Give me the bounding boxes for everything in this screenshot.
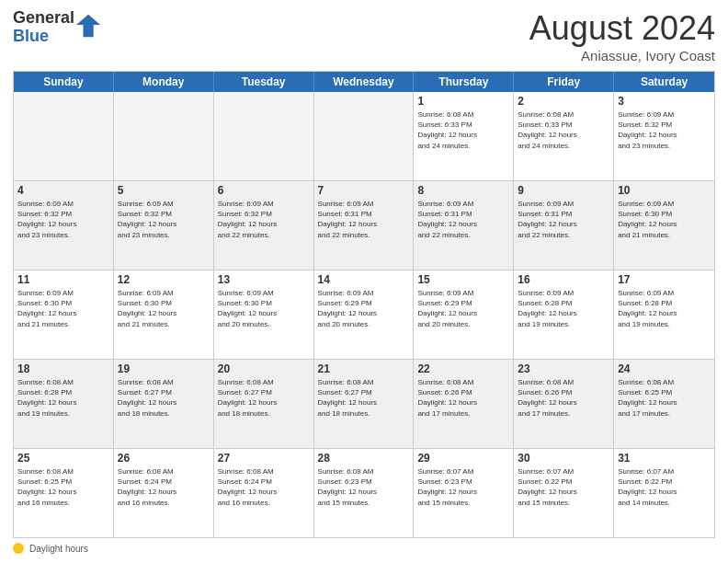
calendar-cell: 4Sunrise: 6:09 AM Sunset: 6:32 PM Daylig… — [14, 181, 114, 270]
day-info: Sunrise: 6:09 AM Sunset: 6:30 PM Dayligh… — [218, 288, 310, 329]
calendar-row: 25Sunrise: 6:08 AM Sunset: 6:25 PM Dayli… — [14, 449, 714, 537]
title-block: August 2024 Aniassue, Ivory Coast — [529, 9, 715, 63]
calendar-cell — [314, 92, 415, 180]
calendar-cell: 3Sunrise: 6:09 AM Sunset: 6:32 PM Daylig… — [614, 92, 714, 180]
day-number: 29 — [417, 452, 509, 465]
sun-icon — [13, 543, 24, 554]
page: General Blue August 2024 Aniassue, Ivory… — [0, 0, 728, 563]
day-number: 30 — [518, 452, 609, 465]
day-number: 6 — [218, 184, 310, 197]
day-number: 24 — [618, 362, 711, 375]
day-number: 9 — [518, 184, 609, 197]
day-info: Sunrise: 6:09 AM Sunset: 6:32 PM Dayligh… — [17, 199, 109, 240]
calendar-cell: 9Sunrise: 6:09 AM Sunset: 6:31 PM Daylig… — [514, 181, 614, 270]
calendar-cell: 18Sunrise: 6:08 AM Sunset: 6:28 PM Dayli… — [14, 360, 114, 448]
calendar-cell: 23Sunrise: 6:08 AM Sunset: 6:26 PM Dayli… — [514, 360, 614, 448]
calendar-cell: 8Sunrise: 6:09 AM Sunset: 6:31 PM Daylig… — [414, 181, 514, 270]
day-number: 21 — [318, 362, 410, 375]
calendar-cell: 28Sunrise: 6:08 AM Sunset: 6:23 PM Dayli… — [314, 449, 415, 537]
calendar-header: SundayMondayTuesdayWednesdayThursdayFrid… — [14, 72, 714, 92]
calendar: SundayMondayTuesdayWednesdayThursdayFrid… — [13, 71, 715, 538]
day-info: Sunrise: 6:09 AM Sunset: 6:28 PM Dayligh… — [618, 288, 711, 329]
header-day: Friday — [514, 72, 614, 92]
day-number: 13 — [218, 273, 310, 286]
calendar-cell: 27Sunrise: 6:08 AM Sunset: 6:24 PM Dayli… — [214, 449, 314, 537]
day-info: Sunrise: 6:08 AM Sunset: 6:33 PM Dayligh… — [518, 109, 609, 151]
day-info: Sunrise: 6:08 AM Sunset: 6:27 PM Dayligh… — [318, 377, 410, 419]
day-number: 31 — [618, 452, 711, 465]
day-info: Sunrise: 6:09 AM Sunset: 6:30 PM Dayligh… — [17, 288, 109, 329]
month-title: August 2024 — [529, 9, 715, 48]
day-info: Sunrise: 6:08 AM Sunset: 6:33 PM Dayligh… — [417, 109, 509, 151]
day-info: Sunrise: 6:09 AM Sunset: 6:31 PM Dayligh… — [318, 199, 410, 240]
calendar-cell: 21Sunrise: 6:08 AM Sunset: 6:27 PM Dayli… — [314, 360, 415, 448]
calendar-cell: 7Sunrise: 6:09 AM Sunset: 6:31 PM Daylig… — [314, 181, 415, 270]
calendar-cell: 29Sunrise: 6:07 AM Sunset: 6:23 PM Dayli… — [414, 449, 514, 537]
calendar-row: 11Sunrise: 6:09 AM Sunset: 6:30 PM Dayli… — [14, 270, 714, 360]
day-number: 20 — [218, 362, 310, 375]
calendar-row: 4Sunrise: 6:09 AM Sunset: 6:32 PM Daylig… — [14, 181, 714, 270]
calendar-cell: 15Sunrise: 6:09 AM Sunset: 6:29 PM Dayli… — [414, 270, 514, 359]
day-info: Sunrise: 6:09 AM Sunset: 6:31 PM Dayligh… — [518, 199, 609, 240]
calendar-cell: 20Sunrise: 6:08 AM Sunset: 6:27 PM Dayli… — [214, 360, 314, 448]
day-info: Sunrise: 6:08 AM Sunset: 6:28 PM Dayligh… — [17, 377, 109, 419]
day-number: 22 — [417, 362, 509, 375]
day-info: Sunrise: 6:07 AM Sunset: 6:22 PM Dayligh… — [618, 466, 711, 508]
header: General Blue August 2024 Aniassue, Ivory… — [13, 9, 715, 63]
calendar-cell: 31Sunrise: 6:07 AM Sunset: 6:22 PM Dayli… — [614, 449, 714, 537]
calendar-cell: 10Sunrise: 6:09 AM Sunset: 6:30 PM Dayli… — [614, 181, 714, 270]
calendar-row: 18Sunrise: 6:08 AM Sunset: 6:28 PM Dayli… — [14, 360, 714, 449]
day-number: 23 — [518, 362, 609, 375]
day-info: Sunrise: 6:09 AM Sunset: 6:32 PM Dayligh… — [118, 199, 210, 240]
day-number: 2 — [518, 95, 609, 108]
day-number: 28 — [318, 452, 410, 465]
calendar-cell: 2Sunrise: 6:08 AM Sunset: 6:33 PM Daylig… — [514, 92, 614, 180]
day-info: Sunrise: 6:08 AM Sunset: 6:24 PM Dayligh… — [218, 466, 310, 508]
svg-marker-0 — [76, 15, 100, 37]
logo-icon — [76, 13, 102, 39]
logo: General Blue — [13, 9, 102, 46]
header-day: Saturday — [614, 72, 714, 92]
logo-blue: Blue — [13, 28, 74, 46]
day-info: Sunrise: 6:08 AM Sunset: 6:23 PM Dayligh… — [318, 466, 410, 508]
day-info: Sunrise: 6:08 AM Sunset: 6:26 PM Dayligh… — [417, 377, 509, 419]
calendar-cell: 17Sunrise: 6:09 AM Sunset: 6:28 PM Dayli… — [614, 270, 714, 359]
day-info: Sunrise: 6:08 AM Sunset: 6:24 PM Dayligh… — [118, 466, 210, 508]
day-info: Sunrise: 6:07 AM Sunset: 6:22 PM Dayligh… — [518, 466, 609, 508]
day-info: Sunrise: 6:08 AM Sunset: 6:25 PM Dayligh… — [618, 377, 711, 419]
day-info: Sunrise: 6:08 AM Sunset: 6:25 PM Dayligh… — [17, 466, 109, 508]
logo-text: General Blue — [13, 9, 74, 46]
calendar-cell: 13Sunrise: 6:09 AM Sunset: 6:30 PM Dayli… — [214, 270, 314, 359]
calendar-body: 1Sunrise: 6:08 AM Sunset: 6:33 PM Daylig… — [14, 92, 714, 537]
calendar-cell: 22Sunrise: 6:08 AM Sunset: 6:26 PM Dayli… — [414, 360, 514, 448]
calendar-cell: 1Sunrise: 6:08 AM Sunset: 6:33 PM Daylig… — [414, 92, 514, 180]
calendar-cell: 24Sunrise: 6:08 AM Sunset: 6:25 PM Dayli… — [614, 360, 714, 448]
header-day: Thursday — [414, 72, 514, 92]
day-number: 16 — [518, 273, 609, 286]
calendar-cell: 14Sunrise: 6:09 AM Sunset: 6:29 PM Dayli… — [314, 270, 415, 359]
calendar-cell — [114, 92, 214, 180]
day-number: 26 — [118, 452, 210, 465]
calendar-cell: 25Sunrise: 6:08 AM Sunset: 6:25 PM Dayli… — [14, 449, 114, 537]
day-number: 18 — [17, 362, 109, 375]
day-info: Sunrise: 6:07 AM Sunset: 6:23 PM Dayligh… — [417, 466, 509, 508]
header-day: Tuesday — [214, 72, 314, 92]
calendar-cell: 16Sunrise: 6:09 AM Sunset: 6:28 PM Dayli… — [514, 270, 614, 359]
calendar-cell: 19Sunrise: 6:08 AM Sunset: 6:27 PM Dayli… — [114, 360, 214, 448]
calendar-cell: 11Sunrise: 6:09 AM Sunset: 6:30 PM Dayli… — [14, 270, 114, 359]
day-number: 10 — [618, 184, 711, 197]
calendar-cell: 12Sunrise: 6:09 AM Sunset: 6:30 PM Dayli… — [114, 270, 214, 359]
day-info: Sunrise: 6:09 AM Sunset: 6:29 PM Dayligh… — [417, 288, 509, 329]
footer: Daylight hours — [13, 543, 715, 554]
day-info: Sunrise: 6:08 AM Sunset: 6:26 PM Dayligh… — [518, 377, 609, 419]
calendar-cell: 30Sunrise: 6:07 AM Sunset: 6:22 PM Dayli… — [514, 449, 614, 537]
calendar-row: 1Sunrise: 6:08 AM Sunset: 6:33 PM Daylig… — [14, 92, 714, 181]
day-number: 1 — [417, 95, 509, 108]
day-number: 15 — [417, 273, 509, 286]
calendar-cell: 5Sunrise: 6:09 AM Sunset: 6:32 PM Daylig… — [114, 181, 214, 270]
day-info: Sunrise: 6:09 AM Sunset: 6:30 PM Dayligh… — [118, 288, 210, 329]
day-info: Sunrise: 6:09 AM Sunset: 6:32 PM Dayligh… — [218, 199, 310, 240]
header-day: Wednesday — [314, 72, 415, 92]
day-info: Sunrise: 6:08 AM Sunset: 6:27 PM Dayligh… — [218, 377, 310, 419]
day-info: Sunrise: 6:09 AM Sunset: 6:32 PM Dayligh… — [618, 109, 711, 151]
